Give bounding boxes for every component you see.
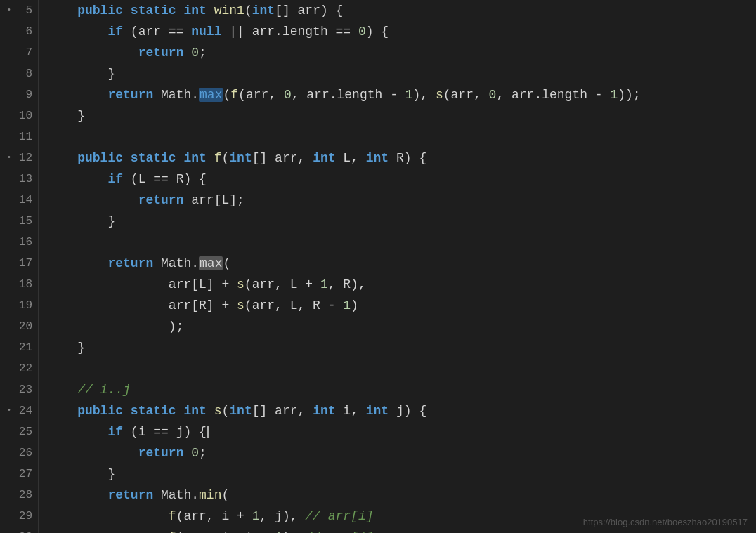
code-line-28: return Math.min( [47,485,748,506]
line-num-18: 18 [6,274,32,295]
code-line-21: } [47,337,748,358]
line-num-8: 8 [6,63,32,84]
code-line-6: if (arr == null || arr.length == 0) { [47,21,748,42]
code-line-5: public static int win1(int[] arr) { [47,0,748,21]
watermark-text: https://blog.csdn.net/boeszhao20190517 [583,517,748,527]
code-line-26: return 0; [47,442,748,463]
line-num-29: 29 [6,506,32,527]
line-num-17: 17 [6,253,32,274]
line-num-27: 27 [6,463,32,485]
line-num-13: 13 [6,169,32,190]
line-num-7: 7 [6,42,32,63]
line-num-6: 6 [6,21,32,42]
code-line-16 [47,232,748,253]
line-numbers: 5 6 7 8 9 10 11 12 13 14 15 16 17 18 19 … [0,0,39,533]
line-num-30: 30 [6,527,32,533]
code-line-17: return Math.max( [47,253,748,274]
code-line-15: } [47,211,748,232]
line-num-20: 20 [6,316,32,337]
line-num-19: 19 [6,295,32,316]
line-num-26: 26 [6,442,32,463]
line-num-5: 5 [6,0,32,21]
code-line-11 [47,126,748,147]
code-line-23: // i..j [47,379,748,400]
line-num-10: 10 [6,105,32,126]
code-line-18: arr[L] + s(arr, L + 1, R), [47,274,748,295]
line-num-9: 9 [6,84,32,105]
code-line-19: arr[R] + s(arr, L, R - 1) [47,295,748,316]
line-num-25: 25 [6,421,32,442]
code-line-10: } [47,105,748,126]
code-editor: 5 6 7 8 9 10 11 12 13 14 15 16 17 18 19 … [0,0,756,533]
line-num-11: 11 [6,126,32,147]
code-line-13: if (L == R) { [47,169,748,190]
line-num-21: 21 [6,337,32,358]
code-line-27: } [47,463,748,485]
line-num-12: 12 [6,147,32,169]
code-line-24: public static int s(int[] arr, int i, in… [47,400,748,421]
line-num-23: 23 [6,379,32,400]
code-line-20: ); [47,316,748,337]
code-line-25: if (i == j) { [47,421,748,442]
line-num-24: 24 [6,400,32,421]
line-num-28: 28 [6,485,32,506]
code-content[interactable]: public static int win1(int[] arr) { if (… [39,0,756,533]
code-line-8: } [47,63,748,84]
code-line-7: return 0; [47,42,748,63]
code-line-12: public static int f(int[] arr, int L, in… [47,147,748,169]
code-line-9: return Math.max(f(arr, 0, arr.length - 1… [47,84,748,105]
line-num-22: 22 [6,358,32,379]
line-num-16: 16 [6,232,32,253]
code-line-30: f(arr, i, j - 1) // arr[j] [47,527,748,533]
line-num-14: 14 [6,190,32,211]
code-line-22 [47,358,748,379]
line-num-15: 15 [6,211,32,232]
code-line-14: return arr[L]; [47,190,748,211]
